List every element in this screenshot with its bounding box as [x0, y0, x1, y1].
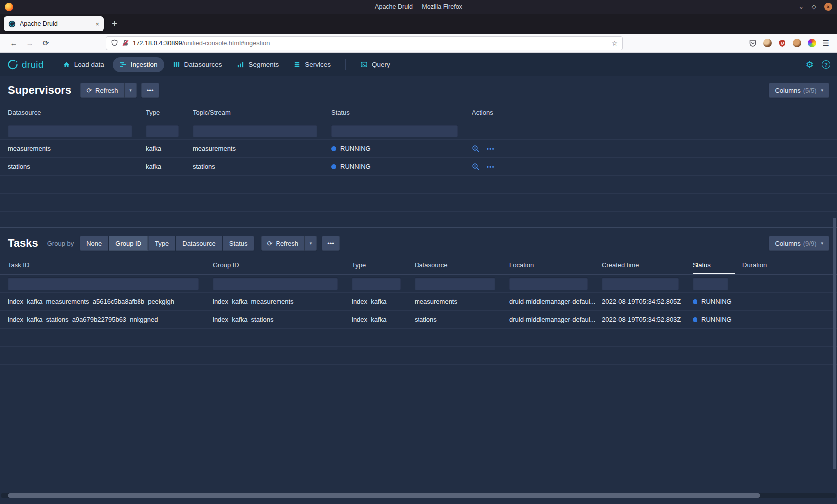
- type-filter-input[interactable]: [146, 125, 179, 137]
- gear-icon[interactable]: ⚙: [806, 59, 814, 70]
- group-by-group-id-button[interactable]: Group ID: [109, 236, 148, 251]
- url-text[interactable]: 172.18.0.4:30899/unified-console.html#in…: [133, 39, 270, 47]
- column-header-status[interactable]: Status: [331, 103, 472, 122]
- horizontal-scrollbar-thumb[interactable]: [8, 493, 760, 498]
- task-created-time: 2022-08-19T05:34:52.803Z: [602, 316, 693, 323]
- tab-bar: Apache Druid × +: [0, 14, 837, 34]
- status-filter-input[interactable]: [693, 277, 728, 290]
- topic-stream-filter-input[interactable]: [193, 125, 317, 137]
- task-type: index_kafka: [352, 298, 415, 305]
- columns-count: (5/5): [803, 87, 817, 94]
- supervisor-type: kafka: [146, 145, 193, 152]
- datasource-filter-input[interactable]: [8, 125, 132, 137]
- nav-item-services[interactable]: Services: [287, 57, 337, 72]
- column-header-actions[interactable]: Actions: [472, 103, 837, 122]
- group-by-none-button[interactable]: None: [80, 236, 108, 251]
- window-minimize-button[interactable]: ⌄: [799, 3, 804, 10]
- ublock-extension-icon[interactable]: [778, 39, 786, 47]
- url-bar[interactable]: 172.18.0.4:30899/unified-console.html#in…: [106, 36, 623, 50]
- supervisors-header: Supervisors ⟳ Refresh ▾ ••• Columns (5/5…: [0, 76, 837, 103]
- column-header-topic-stream[interactable]: Topic/Stream: [193, 103, 331, 122]
- forward-button[interactable]: →: [22, 36, 38, 51]
- row-more-icon[interactable]: •••: [487, 164, 495, 170]
- supervisors-table-header: Datasource Type Topic/Stream Status Acti…: [0, 103, 837, 122]
- group-by-type-button[interactable]: Type: [148, 236, 175, 251]
- column-header-datasource[interactable]: Datasource: [415, 256, 509, 274]
- browser-toolbar: ← → ⟳ 172.18.0.4:30899/unified-console.h…: [0, 34, 837, 53]
- column-header-task-id[interactable]: Task ID: [8, 256, 213, 274]
- new-tab-button[interactable]: +: [112, 18, 117, 29]
- group-id-filter-input[interactable]: [213, 277, 338, 290]
- bookmark-star-icon[interactable]: ☆: [611, 39, 618, 47]
- column-header-duration[interactable]: Duration: [742, 256, 837, 274]
- datasource-filter-input[interactable]: [415, 277, 495, 290]
- pinwheel-extension-icon[interactable]: [808, 39, 816, 47]
- help-icon[interactable]: ?: [822, 60, 830, 69]
- task-row[interactable]: index_kafka_stations_a9a679b22795b63_nnk…: [0, 311, 837, 329]
- insecure-lock-icon[interactable]: [122, 39, 129, 47]
- druid-logo[interactable]: druid: [7, 59, 44, 70]
- browser-tab[interactable]: Apache Druid ×: [4, 16, 104, 31]
- druid-wordmark: druid: [22, 59, 44, 70]
- group-by-status-button[interactable]: Status: [223, 236, 254, 251]
- horizontal-scrollbar[interactable]: [1, 493, 836, 498]
- supervisor-row[interactable]: stations kafka stations RUNNING •••: [0, 158, 837, 176]
- window-maximize-button[interactable]: ◇: [812, 3, 816, 10]
- tab-close-icon[interactable]: ×: [95, 20, 99, 28]
- supervisor-actions: •••: [472, 163, 837, 171]
- task-id-filter-input[interactable]: [8, 277, 199, 290]
- pocket-icon[interactable]: [749, 39, 757, 47]
- magnify-icon[interactable]: [472, 163, 480, 171]
- type-filter-input[interactable]: [352, 277, 401, 290]
- location-filter-input[interactable]: [509, 277, 588, 290]
- column-header-type[interactable]: Type: [146, 103, 193, 122]
- tasks-columns-button[interactable]: Columns (9/9) ▾: [769, 236, 829, 251]
- window-close-button[interactable]: ×: [824, 3, 832, 11]
- chevron-down-icon: ▾: [129, 88, 132, 93]
- vertical-scrollbar-thumb[interactable]: [833, 218, 836, 469]
- supervisors-refresh-button[interactable]: ⟳ Refresh: [80, 83, 124, 98]
- supervisors-more-button[interactable]: •••: [141, 83, 159, 98]
- group-by-datasource-button[interactable]: Datasource: [176, 236, 222, 251]
- column-header-status-sorted[interactable]: Status: [693, 256, 742, 274]
- nav-item-ingestion[interactable]: Ingestion: [113, 57, 164, 72]
- tasks-more-button[interactable]: •••: [322, 236, 340, 251]
- status-filter-input[interactable]: [331, 125, 458, 137]
- nav-item-datasources[interactable]: Datasources: [166, 57, 229, 72]
- reload-button[interactable]: ⟳: [38, 36, 54, 51]
- more-icon: •••: [147, 87, 154, 94]
- task-row[interactable]: index_kafka_measurements_a5616c5ba8afb8b…: [0, 293, 837, 311]
- column-header-created-time[interactable]: Created time: [602, 256, 693, 274]
- nav-item-segments[interactable]: Segments: [230, 57, 285, 72]
- extension-avatar-icon[interactable]: [793, 39, 801, 47]
- account-avatar-icon[interactable]: [763, 39, 772, 47]
- created-time-filter-input[interactable]: [602, 277, 679, 290]
- url-host: 172.18.0.4:30899: [133, 39, 182, 47]
- column-header-type[interactable]: Type: [352, 256, 415, 274]
- nav-item-query[interactable]: Query: [354, 57, 397, 72]
- nav-item-label: Ingestion: [131, 61, 158, 68]
- supervisors-refresh-caret-button[interactable]: ▾: [124, 83, 137, 98]
- task-type: index_kafka: [352, 316, 415, 323]
- column-header-group-id[interactable]: Group ID: [213, 256, 352, 274]
- tasks-refresh-button[interactable]: ⟳ Refresh: [261, 236, 304, 251]
- section-divider[interactable]: [0, 227, 837, 228]
- back-button[interactable]: ←: [6, 36, 22, 51]
- tasks-refresh-caret-button[interactable]: ▾: [304, 236, 317, 251]
- row-more-icon[interactable]: •••: [487, 146, 495, 152]
- supervisor-row[interactable]: measurements kafka measurements RUNNING …: [0, 140, 837, 158]
- magnify-icon[interactable]: [472, 145, 480, 153]
- nav-item-load-data[interactable]: Load data: [56, 57, 111, 72]
- tracking-shield-icon[interactable]: [111, 39, 118, 47]
- status-dot-icon: [693, 317, 698, 322]
- column-header-datasource[interactable]: Datasource: [8, 103, 146, 122]
- status-dot-icon: [331, 164, 336, 169]
- task-id: index_kafka_measurements_a5616c5ba8afb8b…: [8, 298, 213, 305]
- supervisors-columns-button[interactable]: Columns (5/5) ▾: [769, 83, 829, 98]
- column-header-location[interactable]: Location: [509, 256, 602, 274]
- tasks-title: Tasks: [8, 237, 38, 250]
- tasks-section: Tasks Group by None Group ID Type Dataso…: [0, 229, 837, 504]
- supervisor-datasource: measurements: [8, 145, 146, 152]
- window-title: Apache Druid — Mozilla Firefox: [0, 3, 837, 10]
- menu-icon[interactable]: ☰: [823, 39, 829, 48]
